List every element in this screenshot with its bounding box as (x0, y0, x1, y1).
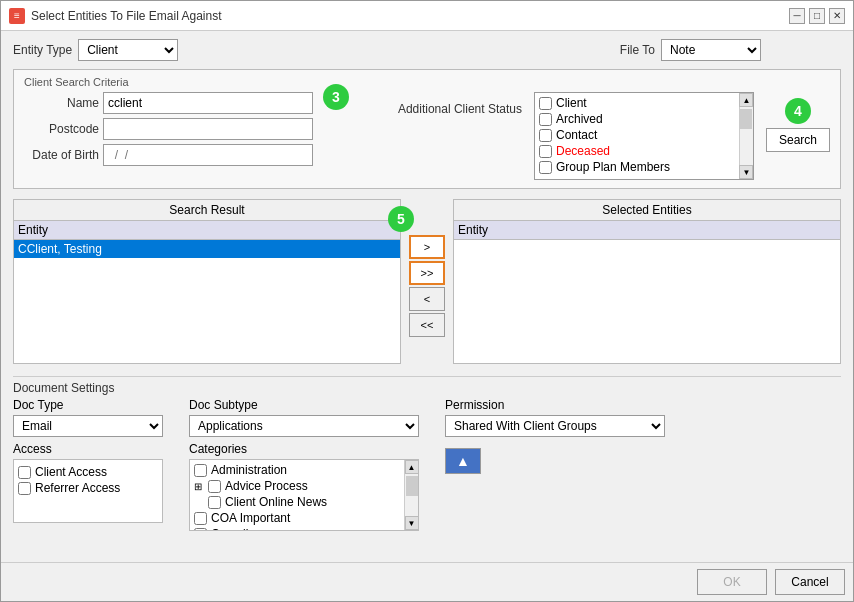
status-group-plan-label: Group Plan Members (556, 160, 670, 174)
status-client-checkbox[interactable] (539, 97, 552, 110)
titlebar: ≡ Select Entities To File Email Against … (1, 1, 853, 31)
cat-coa[interactable]: COA Important (192, 510, 402, 526)
expand-advice-icon[interactable]: ⊞ (194, 481, 204, 492)
maximize-button[interactable]: □ (809, 8, 825, 24)
search-result-list: CClient, Testing (14, 240, 400, 363)
access-box: Client Access Referrer Access (13, 459, 163, 523)
doc-subtype-select[interactable]: Applications (189, 415, 419, 437)
window-title: Select Entities To File Email Against (31, 9, 789, 23)
cat-online-news[interactable]: Client Online News (192, 494, 402, 510)
client-access-checkbox[interactable] (18, 466, 31, 479)
client-access-label: Client Access (35, 465, 107, 479)
cat-coa-label: COA Important (211, 511, 290, 525)
status-archived[interactable]: Archived (537, 111, 737, 127)
status-deceased[interactable]: Deceased (537, 143, 737, 159)
doc-type-label: Doc Type (13, 398, 173, 412)
dob-input[interactable] (103, 144, 313, 166)
badge-4: 4 (785, 98, 811, 124)
close-button[interactable]: ✕ (829, 8, 845, 24)
status-group-plan-checkbox[interactable] (539, 161, 552, 174)
cat-advice-process[interactable]: ⊞ Advice Process (192, 478, 402, 494)
status-group-plan[interactable]: Group Plan Members (537, 159, 737, 175)
referrer-access[interactable]: Referrer Access (18, 480, 158, 496)
doc-type-select[interactable]: Email (13, 415, 163, 437)
status-client-label: Client (556, 96, 587, 110)
cat-scroll-up[interactable]: ▲ (405, 460, 419, 474)
client-access[interactable]: Client Access (18, 464, 158, 480)
document-settings-title: Document Settings (13, 381, 841, 395)
cat-coa-checkbox[interactable] (194, 512, 207, 525)
cat-compliance[interactable]: Compliance (192, 526, 402, 530)
minimize-button[interactable]: ─ (789, 8, 805, 24)
footer: OK Cancel (1, 562, 853, 601)
cat-online-news-label: Client Online News (225, 495, 327, 509)
move-all-forward-button[interactable]: >> (409, 261, 445, 285)
cat-administration-checkbox[interactable] (194, 464, 207, 477)
status-scrollbar[interactable]: ▲ ▼ (739, 93, 753, 179)
status-deceased-label: Deceased (556, 144, 610, 158)
name-label: Name (24, 96, 99, 110)
status-archived-label: Archived (556, 112, 603, 126)
postcode-label: Postcode (24, 122, 99, 136)
scroll-up[interactable]: ▲ (739, 93, 753, 107)
app-icon: ≡ (9, 8, 25, 24)
referrer-access-label: Referrer Access (35, 481, 120, 495)
permission-select[interactable]: Shared With Client Groups (445, 415, 665, 437)
categories-list: Administration ⊞ Advice Process Client O… (190, 460, 404, 530)
search-result-title: Search Result (14, 200, 400, 221)
entity-type-label: Entity Type (13, 43, 72, 57)
selected-entities-list (454, 240, 840, 363)
scroll-down[interactable]: ▼ (739, 165, 753, 179)
cat-scroll-down[interactable]: ▼ (405, 516, 419, 530)
status-contact-checkbox[interactable] (539, 129, 552, 142)
status-list: Client Archived Contact (535, 93, 739, 179)
status-contact[interactable]: Contact (537, 127, 737, 143)
status-contact-label: Contact (556, 128, 597, 142)
permission-label: Permission (445, 398, 841, 412)
additional-status-label: Additional Client Status (398, 102, 522, 116)
main-content: Entity Type Client File To Note Client S… (1, 31, 853, 562)
cat-scroll-thumb[interactable] (406, 476, 418, 496)
file-to-select[interactable]: Note (661, 39, 761, 61)
file-to-label: File To (620, 43, 655, 57)
move-one-forward-button[interactable]: > (409, 235, 445, 259)
cat-compliance-label: Compliance (211, 527, 274, 530)
status-client[interactable]: Client (537, 95, 737, 111)
ok-button[interactable]: OK (697, 569, 767, 595)
entity-type-select[interactable]: Client (78, 39, 178, 61)
move-one-back-button[interactable]: < (409, 287, 445, 311)
cat-advice-process-checkbox[interactable] (208, 480, 221, 493)
cat-advice-process-label: Advice Process (225, 479, 308, 493)
status-archived-checkbox[interactable] (539, 113, 552, 126)
search-button[interactable]: Search (766, 128, 830, 152)
categories-scrollbar[interactable]: ▲ ▼ (404, 460, 418, 530)
cat-administration-label: Administration (211, 463, 287, 477)
selected-entities-title: Selected Entities (454, 200, 840, 221)
badge-5: 5 (388, 206, 414, 232)
cat-online-news-checkbox[interactable] (208, 496, 221, 509)
list-item[interactable]: CClient, Testing (14, 240, 400, 258)
postcode-input[interactable] (103, 118, 313, 140)
access-label: Access (13, 442, 173, 456)
titlebar-controls: ─ □ ✕ (789, 8, 845, 24)
move-all-back-button[interactable]: << (409, 313, 445, 337)
scroll-thumb[interactable] (740, 109, 752, 129)
doc-subtype-label: Doc Subtype (189, 398, 429, 412)
cancel-button[interactable]: Cancel (775, 569, 845, 595)
categories-label: Categories (189, 442, 429, 456)
referrer-access-checkbox[interactable] (18, 482, 31, 495)
cat-administration[interactable]: Administration (192, 462, 402, 478)
search-result-header: Entity (14, 221, 400, 240)
name-input[interactable] (103, 92, 313, 114)
main-window: ≡ Select Entities To File Email Against … (0, 0, 854, 602)
dob-label: Date of Birth (24, 148, 99, 162)
badge-3: 3 (323, 84, 349, 110)
status-deceased-checkbox[interactable] (539, 145, 552, 158)
cat-compliance-checkbox[interactable] (194, 528, 207, 531)
selected-entities-header: Entity (454, 221, 840, 240)
permission-up-button[interactable]: ▲ (445, 448, 481, 474)
client-search-title: Client Search Criteria (24, 76, 830, 88)
